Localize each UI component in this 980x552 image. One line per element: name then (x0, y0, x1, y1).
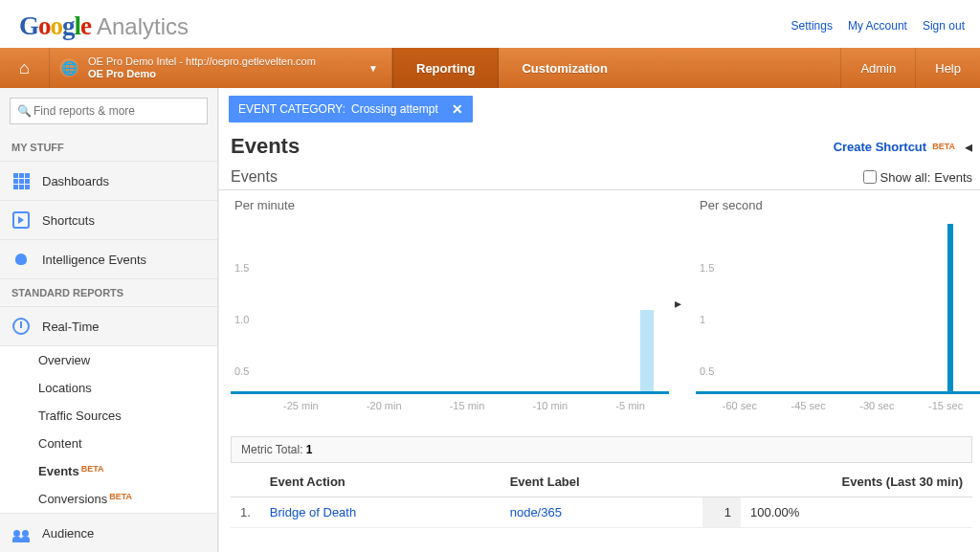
realtime-icon (11, 317, 31, 336)
top-header: Google Analytics Settings My Account Sig… (0, 0, 980, 48)
section-my-stuff: MY STUFF (0, 134, 217, 162)
filter-chip: EVENT CATEGORY: Crossing attempt ✕ (229, 96, 473, 122)
search-icon: 🔍 (17, 104, 32, 118)
chevron-right-icon[interactable]: ▸ (675, 296, 681, 311)
chart-area: 1.5 1 0.5 (696, 222, 980, 394)
beta-badge: BETA (932, 142, 955, 151)
sidebar-item-audience[interactable]: Audience (0, 514, 217, 552)
chart-title: Per second (696, 194, 980, 222)
realtime-subitems: Overview Locations Traffic Sources Conte… (0, 346, 217, 514)
globe-icon: 🌐 (59, 58, 78, 77)
caret-down-icon: ▼ (368, 63, 378, 74)
row-index: 1. (231, 497, 260, 528)
sub-content[interactable]: Content (0, 430, 217, 457)
event-label-link[interactable]: node/365 (510, 505, 562, 519)
x-axis: -60 sec -45 sec -30 sec -15 sec (696, 394, 980, 411)
sidebar: 🔍 MY STUFF Dashboards Shortcuts Intellig… (0, 88, 218, 552)
sidebar-item-label: Dashboards (42, 174, 109, 188)
logo[interactable]: Google Analytics (19, 11, 189, 41)
sidebar-item-intelligence[interactable]: Intelligence Events (0, 240, 217, 279)
sidebar-item-label: Shortcuts (42, 213, 95, 228)
top-links: Settings My Account Sign out (791, 19, 965, 33)
subsection-label: Events (231, 168, 278, 186)
close-icon[interactable]: ✕ (452, 101, 463, 117)
baseline (231, 391, 669, 394)
table-row: 1. Bridge of Death node/365 1 100.00% (231, 497, 972, 528)
audience-icon (11, 523, 31, 542)
chart-per-second: Per second 1.5 1 0.5 -60 sec -45 sec -30… (696, 194, 980, 411)
search-input[interactable] (10, 98, 208, 124)
page-title: Events (231, 134, 300, 159)
filter-value: Crossing attempt (351, 102, 438, 116)
sub-events[interactable]: EventsBETA (0, 457, 217, 485)
filter-label: EVENT CATEGORY: (238, 102, 345, 116)
sidebar-item-label: Audience (42, 526, 94, 541)
event-action-link[interactable]: Bridge of Death (270, 505, 356, 519)
chart-title: Per minute (231, 194, 669, 222)
beta-badge: BETA (109, 492, 132, 501)
section-standard-reports: STANDARD REPORTS (0, 279, 217, 307)
sidebar-item-shortcuts[interactable]: Shortcuts (0, 201, 217, 240)
show-all-checkbox[interactable] (863, 170, 877, 184)
chart-bar (947, 224, 953, 391)
sub-overview[interactable]: Overview (0, 346, 217, 374)
sidebar-item-label: Intelligence Events (42, 253, 146, 267)
account-property: OE Pro Demo Intel - http://oepro.getleve… (88, 55, 316, 68)
chart-area: 1.5 1.0 0.5 (231, 222, 669, 394)
events-table: Event Action Event Label Events (Last 30… (231, 467, 972, 528)
col-event-action[interactable]: Event Action (260, 467, 501, 497)
account-view: OE Pro Demo (88, 68, 316, 80)
sub-traffic[interactable]: Traffic Sources (0, 402, 217, 430)
tab-admin[interactable]: Admin (840, 48, 915, 88)
bulb-icon (11, 250, 31, 269)
sidebar-item-dashboards[interactable]: Dashboards (0, 162, 217, 201)
sign-out-link[interactable]: Sign out (923, 19, 965, 33)
sidebar-item-realtime[interactable]: Real-Time (0, 307, 217, 346)
google-logo: Google (19, 11, 91, 41)
show-all-toggle[interactable]: Show all: Events (863, 170, 973, 185)
col-events-count[interactable]: Events (Last 30 min) (702, 467, 972, 497)
chart-bar (640, 310, 654, 391)
tab-help[interactable]: Help (915, 48, 980, 88)
my-account-link[interactable]: My Account (848, 19, 907, 33)
event-percent: 100.00% (741, 497, 972, 528)
home-button[interactable]: ⌂ (0, 48, 50, 88)
account-selector[interactable]: 🌐 OE Pro Demo Intel - http://oepro.getle… (50, 48, 392, 88)
account-text: OE Pro Demo Intel - http://oepro.getleve… (88, 55, 316, 80)
sub-conversions[interactable]: ConversionsBETA (0, 485, 217, 513)
metric-total: Metric Total: 1 (231, 436, 972, 463)
col-event-label[interactable]: Event Label (501, 467, 702, 497)
tab-customization[interactable]: Customization (499, 48, 631, 88)
create-shortcut-link[interactable]: Create Shortcut (834, 140, 927, 154)
settings-link[interactable]: Settings (791, 19, 833, 33)
baseline (696, 391, 980, 394)
beta-badge: BETA (81, 464, 104, 474)
tab-reporting[interactable]: Reporting (392, 48, 499, 88)
share-icon[interactable]: ◂ (965, 138, 972, 156)
nav-bar: ⌂ 🌐 OE Pro Demo Intel - http://oepro.get… (0, 48, 980, 88)
shortcuts-icon (11, 210, 31, 230)
home-icon: ⌂ (19, 58, 30, 78)
content: EVENT CATEGORY: Crossing attempt ✕ Event… (218, 88, 980, 552)
x-axis: -25 min -20 min -15 min -10 min -5 min (231, 394, 669, 411)
sub-locations[interactable]: Locations (0, 374, 217, 402)
sidebar-item-label: Real-Time (42, 320, 99, 334)
dashboards-icon (11, 171, 31, 190)
event-count: 1 (702, 497, 741, 528)
chart-per-minute: Per minute 1.5 1.0 0.5 -25 min -20 min -… (231, 194, 669, 411)
analytics-logo-text: Analytics (97, 13, 189, 40)
